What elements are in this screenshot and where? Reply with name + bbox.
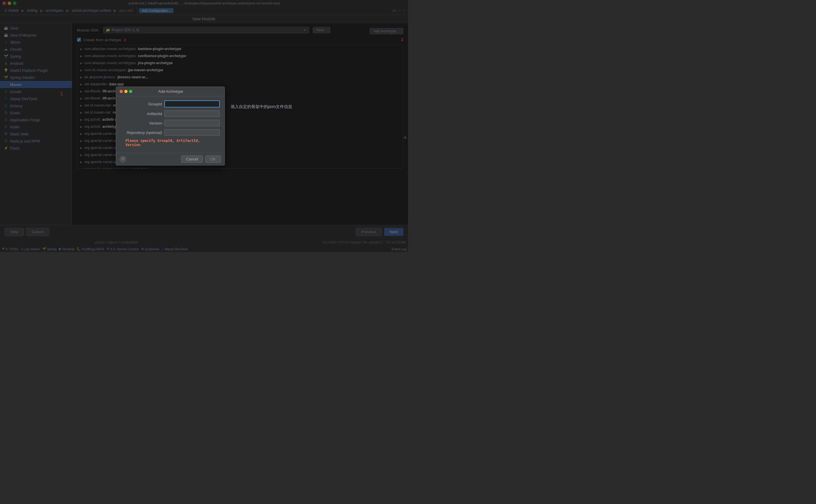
error-line2: Version	[125, 143, 215, 147]
dialog-area: Add Archetype GroupId ArtifactId Version	[116, 87, 292, 165]
dialog-body: GroupId ArtifactId Version Repository (o…	[116, 96, 224, 153]
repository-label: Repository (optional)	[121, 130, 162, 135]
version-input[interactable]	[164, 120, 220, 126]
dialog-footer: ? Cancel OK	[116, 153, 224, 165]
dialog-error-message: Please specify GroupId, ArtifactId, Vers…	[121, 139, 220, 147]
version-row: Version	[121, 120, 220, 126]
add-archetype-dialog: Add Archetype GroupId ArtifactId Version	[116, 87, 225, 165]
dialog-ok-button[interactable]: OK	[205, 155, 221, 163]
cn-annotation: 填入自定的骨架中的pom文件信息	[231, 104, 292, 110]
repository-input[interactable]	[164, 129, 220, 136]
dialog-cancel-button[interactable]: Cancel	[181, 155, 203, 163]
dialog-title-label: Add Archetype	[120, 89, 221, 94]
groupid-row: GroupId	[121, 100, 220, 107]
dialog-titlebar: Add Archetype	[116, 87, 224, 96]
groupid-label: GroupId	[121, 102, 162, 106]
version-label: Version	[121, 121, 162, 125]
artifactid-label: ArtifactId	[121, 112, 162, 116]
dialog-help-button[interactable]: ?	[120, 156, 126, 163]
artifactid-input[interactable]	[164, 110, 220, 117]
repository-row: Repository (optional)	[121, 129, 220, 136]
modal-overlay: Add Archetype GroupId ArtifactId Version	[0, 0, 408, 252]
groupid-input[interactable]	[164, 100, 220, 107]
error-line1: Please specify GroupId, ArtifactId,	[125, 139, 215, 143]
artifactid-row: ArtifactId	[121, 110, 220, 117]
